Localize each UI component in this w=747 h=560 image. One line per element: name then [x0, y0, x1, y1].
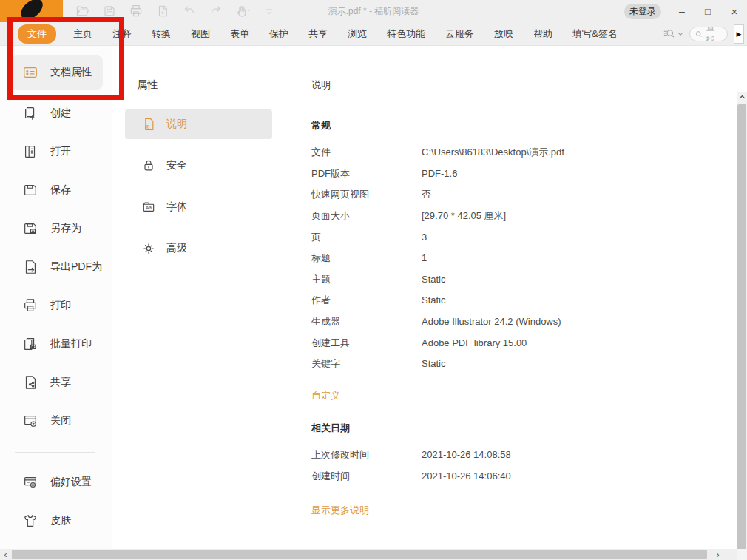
security-lock-icon — [141, 158, 156, 173]
tab-cloud[interactable]: 云服务 — [445, 27, 474, 41]
property-row: 主题Static — [311, 274, 737, 285]
open-icon — [22, 144, 38, 160]
scroll-right-icon[interactable]: › — [712, 549, 723, 560]
property-label: 标题 — [311, 253, 422, 263]
quick-access-toolbar — [74, 2, 278, 20]
tab-view[interactable]: 视图 — [191, 27, 210, 41]
close-window-button[interactable]: × — [722, 0, 747, 22]
tab-features[interactable]: 特色功能 — [387, 27, 425, 41]
general-section-heading: 常规 — [311, 119, 737, 132]
menu-bar: 文件 主页 注释 转换 视图 表单 保护 共享 浏览 特色功能 云服务 放映 帮… — [0, 22, 747, 46]
property-label: PDF版本 — [311, 169, 422, 179]
preferences-icon — [22, 474, 38, 490]
sidebar-item-preferences[interactable]: 偏好设置 — [0, 463, 112, 502]
login-button[interactable]: 未登录 — [624, 4, 661, 19]
panel-item-description[interactable]: 说明 — [125, 109, 272, 139]
sidebar-item-export-pdf[interactable]: 导出PDF为 — [0, 248, 112, 286]
sidebar-item-label: 创建 — [50, 107, 71, 120]
tab-protect[interactable]: 保护 — [269, 27, 288, 41]
file-backstage: 文档属性 创建 打开 保存 另存为 导出PDF为 打印 批量打印 — [0, 46, 737, 549]
panel-item-label: 说明 — [166, 118, 187, 131]
save-icon[interactable] — [101, 2, 118, 20]
sidebar-item-batch-print[interactable]: 批量打印 — [0, 325, 112, 363]
scroll-up-icon[interactable] — [737, 92, 747, 103]
print-icon — [22, 297, 38, 314]
property-row: 关键字Static — [311, 359, 737, 369]
sidebar-item-save[interactable]: 保存 — [0, 171, 112, 209]
sidebar-item-label: 文档属性 — [50, 66, 92, 79]
tab-convert[interactable]: 转换 — [152, 27, 171, 41]
print-icon[interactable] — [127, 2, 145, 20]
sidebar-item-skin[interactable]: 皮肤 — [0, 502, 112, 540]
property-row: 创建工具Adobe PDF library 15.00 — [311, 338, 737, 348]
properties-panel: 属性 说明 安全 Aa 字体 高级 — [113, 46, 287, 549]
search-input[interactable]: 查找 — [689, 27, 728, 41]
property-row: 页3 — [311, 232, 737, 243]
sidebar-divider — [15, 452, 95, 453]
property-row: 文件C:\Users\86183\Desktop\演示.pdf — [311, 147, 737, 158]
minimize-button[interactable]: – — [669, 0, 694, 22]
horizontal-scrollbar[interactable]: ‹ › — [0, 549, 747, 560]
show-more-link[interactable]: 显示更多说明 — [311, 504, 737, 517]
scroll-left-icon[interactable]: ‹ — [0, 549, 11, 560]
property-label: 生成器 — [311, 317, 422, 327]
tab-home[interactable]: 主页 — [73, 27, 92, 41]
export-pdf-icon — [22, 259, 38, 275]
property-value: Static — [422, 359, 446, 369]
fonts-icon: Aa — [141, 200, 156, 215]
property-label: 关键字 — [311, 359, 422, 369]
tab-slideshow[interactable]: 放映 — [494, 27, 513, 41]
tab-file[interactable]: 文件 — [18, 24, 56, 44]
custom-link[interactable]: 自定义 — [311, 389, 737, 402]
property-row: 创建时间2021-10-26 14:06:40 — [311, 471, 737, 482]
tab-share[interactable]: 共享 — [308, 27, 328, 41]
property-value: Adobe PDF library 15.00 — [422, 338, 527, 348]
panel-title: 属性 — [137, 78, 287, 92]
hand-tool-icon[interactable] — [234, 2, 251, 20]
sidebar-item-doc-properties[interactable]: 文档属性 — [10, 55, 103, 90]
property-label: 创建工具 — [311, 338, 422, 348]
horizontal-scroll-thumb[interactable] — [12, 550, 707, 559]
quick-find-icon[interactable] — [663, 27, 683, 41]
sidebar-item-label: 皮肤 — [50, 514, 71, 527]
sidebar-item-share[interactable]: 共享 — [0, 363, 112, 402]
app-logo[interactable] — [0, 0, 63, 22]
scrollbar-corner — [737, 549, 747, 560]
sidebar-item-close[interactable]: 关闭 — [0, 402, 112, 440]
tab-help[interactable]: 帮助 — [533, 27, 552, 41]
maximize-button[interactable]: □ — [695, 0, 720, 22]
panel-item-advanced[interactable]: 高级 — [125, 234, 272, 263]
tab-fill-sign[interactable]: 填写&签名 — [572, 27, 618, 41]
close-document-icon — [22, 413, 38, 429]
expand-right-icon[interactable]: ▶ — [734, 24, 744, 44]
panel-item-security[interactable]: 安全 — [125, 151, 272, 181]
vertical-scrollbar[interactable] — [737, 92, 747, 560]
property-row: 生成器Adobe Illustrator 24.2 (Windows) — [311, 317, 737, 327]
tab-browse[interactable]: 浏览 — [348, 27, 367, 41]
vertical-scroll-thumb[interactable] — [737, 104, 746, 560]
undo-icon[interactable] — [180, 2, 198, 20]
sidebar-item-label: 另存为 — [50, 222, 81, 235]
page-title: 说明 — [311, 78, 737, 92]
tab-comment[interactable]: 注释 — [112, 27, 132, 41]
property-label: 文件 — [311, 147, 422, 158]
new-page-icon[interactable] — [154, 2, 172, 20]
sidebar-item-open[interactable]: 打开 — [0, 132, 112, 171]
property-value: Static — [422, 274, 446, 285]
customize-toolbar-icon[interactable] — [260, 2, 278, 20]
sidebar-item-create[interactable]: 创建 — [0, 94, 112, 132]
save-icon — [22, 182, 38, 198]
sidebar-item-save-as[interactable]: 另存为 — [0, 209, 112, 248]
property-row: 页面大小[29.70 * 42.05 厘米] — [311, 211, 737, 221]
open-file-icon[interactable] — [74, 2, 92, 20]
save-as-icon — [22, 220, 38, 237]
file-menu-sidebar: 文档属性 创建 打开 保存 另存为 导出PDF为 打印 批量打印 — [0, 46, 112, 549]
tab-form[interactable]: 表单 — [230, 27, 249, 41]
property-value: 3 — [422, 232, 427, 243]
sidebar-item-print[interactable]: 打印 — [0, 286, 112, 325]
create-icon — [22, 105, 38, 121]
redo-icon[interactable] — [207, 2, 225, 20]
ribbon-tabs: 文件 主页 注释 转换 视图 表单 保护 共享 浏览 特色功能 云服务 放映 帮… — [18, 24, 618, 44]
sidebar-item-label: 保存 — [50, 183, 71, 197]
panel-item-fonts[interactable]: Aa 字体 — [125, 192, 272, 222]
